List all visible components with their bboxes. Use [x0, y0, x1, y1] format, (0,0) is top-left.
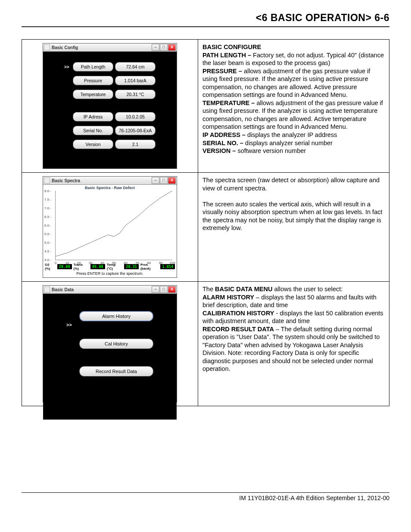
window-titlebar: Basic Data – □ X: [43, 286, 177, 294]
basic-configure-desc: BASIC CONFIGURE PATH LENGTH – Factory se…: [198, 40, 389, 173]
status-label: O2 (%): [45, 263, 56, 271]
desc-item: CALIBRATION HISTORY - displays the last …: [202, 309, 385, 325]
selector-arrow-icon: >>: [66, 322, 73, 327]
basic-spectra-window: Basic Spectra – □ X Basic Spectra - Raw …: [43, 176, 177, 278]
pressure-value[interactable]: 1.014 barA: [115, 76, 156, 85]
ip-adress-value[interactable]: 10.0.2.05: [115, 112, 156, 121]
x-tick-label: 50: [112, 261, 116, 265]
selector-arrow-icon: >>: [64, 65, 71, 69]
basic-spectra-desc: The spectra screen (raw detect or absorp…: [198, 173, 389, 282]
y-tick-label: 8.0 -: [44, 189, 51, 193]
minimize-icon[interactable]: –: [152, 177, 159, 184]
maximize-icon[interactable]: □: [160, 44, 168, 51]
minimize-icon[interactable]: –: [152, 286, 159, 293]
desc-title: BASIC CONFIGURE: [202, 44, 261, 50]
basic-data-window: Basic Data – □ X >>Alarm HistoryCal Hist…: [43, 285, 177, 402]
footer-text: IM 11Y01B02-01E-A 4th Edition September …: [239, 495, 389, 501]
plot-title: Basic Spectra - Raw Defect: [43, 185, 177, 190]
path-length-button[interactable]: Path Length: [73, 62, 113, 72]
desc-item: IP ADDRESS – displays the analyzer IP ad…: [202, 131, 385, 139]
spectra-plot: 4.0 -4.5 -5.0 -5.5 -6.0 -6.5 -7.0 -7.5 -…: [55, 191, 172, 260]
window-titlebar: Basic Config – □ X: [43, 44, 177, 52]
alarm-history-button[interactable]: Alarm History: [79, 311, 153, 321]
lead-bold: BASIC DATA MENU: [215, 286, 272, 292]
window-titlebar: Basic Spectra – □ X: [43, 177, 177, 185]
desc-item: VERSION – software version number: [202, 147, 385, 155]
close-icon[interactable]: X: [168, 177, 176, 184]
version-value[interactable]: 2.1: [115, 140, 156, 149]
cal-history-button[interactable]: Cal History: [79, 339, 153, 349]
x-tick-label: 20: [77, 261, 81, 265]
window-title: Basic Config: [52, 45, 78, 50]
y-tick-label: 5.5 -: [44, 232, 51, 236]
desc-item: PATH LENGTH – Factory set, do not adjust…: [202, 51, 385, 67]
pressure-button[interactable]: Pressure: [73, 76, 113, 85]
x-tick-label: 70: [135, 261, 139, 265]
y-tick-label: 7.5 -: [44, 198, 51, 202]
app-icon: [44, 44, 50, 50]
lead-text: allows the user to select:: [272, 286, 342, 292]
window-title: Basic Spectra: [52, 178, 80, 183]
footer-rule: [22, 492, 389, 493]
page-footer-area: IM 11Y01B02-01E-A 4th Edition September …: [22, 492, 389, 501]
y-tick-label: 7.0 -: [44, 206, 51, 210]
desc-item: RECORD RESULT DATA – The default setting…: [202, 325, 385, 373]
minimize-icon[interactable]: –: [152, 44, 159, 51]
x-tick-label: 90: [159, 261, 162, 265]
y-tick-label: 6.5 -: [44, 215, 51, 219]
x-tick-label: 60: [124, 261, 128, 265]
serial-no--button[interactable]: Serial No.: [73, 126, 113, 135]
content-table: Basic Config – □ X >>Path Length72.64 cm…: [22, 39, 389, 406]
temperature-value[interactable]: 20.31 °C: [115, 90, 156, 99]
app-icon: [44, 177, 50, 184]
path-length-value[interactable]: 72.64 cm: [115, 62, 156, 72]
status-label: Trans (%): [74, 263, 89, 271]
y-tick-label: 6.0 -: [44, 224, 51, 227]
lead-text: The: [202, 286, 215, 292]
basic-config-window: Basic Config – □ X >>Path Length72.64 cm…: [43, 43, 177, 169]
y-tick-label: 4.5 -: [44, 249, 51, 253]
maximize-icon[interactable]: □: [160, 177, 168, 184]
close-icon[interactable]: X: [168, 44, 176, 51]
x-tick-label: 100: [169, 261, 175, 265]
serial-no--value[interactable]: 76-1205-08-ExA: [115, 126, 156, 135]
status-bar: O2 (%)20.00Trans (%)95.00Temp (°C)20.31P…: [43, 261, 177, 271]
maximize-icon[interactable]: □: [160, 286, 168, 293]
y-tick-label: 5.0 -: [44, 241, 51, 245]
version-button[interactable]: Version: [73, 140, 113, 149]
status-value: 20.00: [57, 264, 72, 269]
desc-paragraph: The screen auto scales the vertical axis…: [202, 200, 385, 232]
record-result-data-button[interactable]: Record Result Data: [79, 366, 153, 376]
window-title: Basic Data: [52, 287, 74, 292]
temperature-button[interactable]: Temperature: [73, 90, 113, 99]
app-icon: [44, 286, 50, 292]
desc-item: SERIAL NO. – displays analyzer serial nu…: [202, 139, 385, 147]
page-header: <6 BASIC OPERATION> 6-6: [22, 12, 389, 26]
desc-item: TEMPERATURE – allows adjustment of the g…: [202, 99, 385, 131]
capture-hint: Press ENTER to capture the spectrum.: [43, 271, 177, 277]
x-tick-label: 10: [65, 261, 69, 265]
ip-adress-button[interactable]: IP Adress: [73, 112, 113, 121]
basic-data-desc: The BASIC DATA MENU allows the user to s…: [198, 282, 389, 406]
close-icon[interactable]: X: [168, 286, 176, 293]
config-form: >>Path Length72.64 cmPressure1.014 barAT…: [47, 62, 173, 149]
desc-paragraph: The spectra screen (raw detect or absorp…: [202, 176, 385, 192]
header-rule: [22, 26, 389, 27]
spectra-body: Basic Spectra - Raw Defect 4.0 -4.5 -5.0…: [43, 185, 177, 277]
x-tick-label: 40: [100, 261, 104, 265]
x-tick-label: 30: [89, 261, 93, 265]
x-tick-label: 80: [147, 261, 151, 265]
desc-item: PRESSURE – allows adjustment of the gas …: [202, 67, 385, 99]
data-body: >>Alarm HistoryCal HistoryRecord Result …: [43, 294, 177, 420]
desc-item: ALARM HISTORY – displays the last 50 ala…: [202, 293, 385, 309]
x-tick-label: 0: [55, 261, 56, 265]
y-tick-label: 4.0 -: [44, 258, 51, 262]
